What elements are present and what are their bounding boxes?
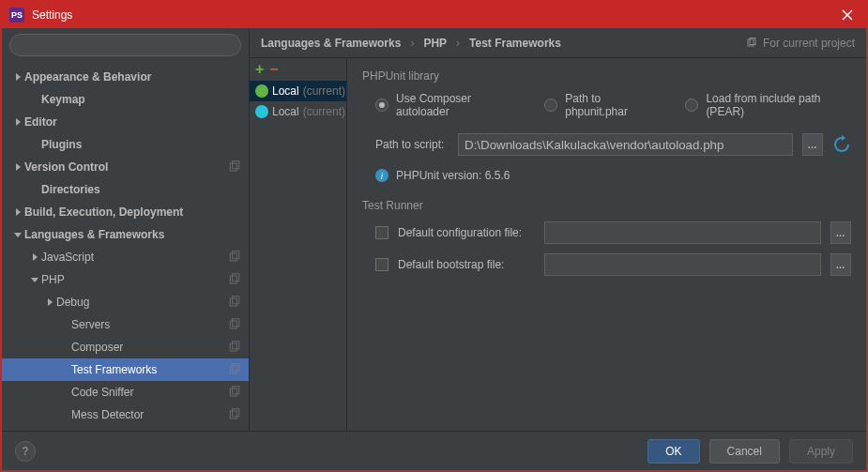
config-item[interactable]: Local (current) bbox=[250, 101, 346, 122]
tree-item-label: Editor bbox=[24, 115, 241, 129]
right-arrow-icon bbox=[11, 208, 24, 216]
config-note: (current) bbox=[303, 84, 345, 98]
main-panel: Languages & Frameworks › PHP › Test Fram… bbox=[250, 28, 866, 431]
copy-icon bbox=[228, 341, 241, 354]
tree-item-editor[interactable]: Editor bbox=[2, 111, 249, 133]
settings-tree: Appearance & BehaviorKeymapEditorPlugins… bbox=[2, 62, 249, 431]
svg-rect-3 bbox=[233, 161, 239, 169]
ok-button[interactable]: OK bbox=[647, 439, 699, 464]
version-text: PHPUnit version: 6.5.6 bbox=[396, 169, 510, 182]
config-item[interactable]: Local (current) bbox=[250, 81, 346, 101]
svg-rect-6 bbox=[230, 276, 236, 283]
close-button[interactable] bbox=[836, 4, 859, 26]
tree-item-label: Keymap bbox=[41, 93, 241, 106]
crumb-2[interactable]: Test Frameworks bbox=[469, 37, 561, 50]
crumb-1[interactable]: PHP bbox=[423, 37, 447, 50]
tree-item-mess-detector[interactable]: Mess Detector bbox=[2, 403, 249, 426]
radio-phar[interactable]: Path to phpunit.phar bbox=[544, 92, 659, 118]
window-title: Settings bbox=[32, 8, 836, 22]
titlebar: PS Settings bbox=[2, 2, 866, 28]
tree-item-label: Debug bbox=[56, 296, 224, 309]
tree-item-label: PHP bbox=[41, 273, 224, 286]
tree-item-label: Code Sniffer bbox=[71, 386, 224, 399]
svg-rect-16 bbox=[230, 388, 236, 396]
down-arrow-icon bbox=[11, 231, 24, 238]
tree-item-label: Languages & Frameworks bbox=[24, 228, 241, 241]
tree-item-plugins[interactable]: Plugins bbox=[2, 133, 249, 156]
right-arrow-icon bbox=[11, 73, 24, 81]
svg-rect-4 bbox=[230, 253, 236, 261]
radio-pear-label: Load from include path (PEAR) bbox=[706, 92, 851, 118]
svg-rect-19 bbox=[233, 409, 239, 417]
svg-rect-8 bbox=[230, 298, 236, 306]
tree-item-keymap[interactable]: Keymap bbox=[2, 88, 249, 111]
config-icon bbox=[255, 84, 268, 98]
scope-label: For current project bbox=[763, 37, 855, 50]
svg-rect-9 bbox=[233, 297, 239, 304]
default-config-checkbox[interactable] bbox=[375, 226, 388, 239]
svg-rect-15 bbox=[233, 364, 239, 372]
config-icon bbox=[255, 105, 268, 118]
browse-bootstrap-button[interactable]: … bbox=[830, 253, 851, 276]
apply-button[interactable]: Apply bbox=[789, 439, 853, 464]
tree-item-label: Plugins bbox=[41, 138, 241, 151]
tree-item-build-execution-deployment[interactable]: Build, Execution, Deployment bbox=[2, 201, 249, 223]
tree-item-code-sniffer[interactable]: Code Sniffer bbox=[2, 381, 249, 403]
radio-composer[interactable]: Use Composer autoloader bbox=[375, 92, 518, 118]
path-label: Path to script: bbox=[375, 138, 449, 151]
search-input[interactable] bbox=[9, 34, 241, 56]
help-button[interactable]: ? bbox=[15, 441, 36, 462]
radio-composer-label: Use Composer autoloader bbox=[396, 92, 518, 118]
browse-button[interactable]: … bbox=[802, 133, 823, 156]
info-icon: i bbox=[375, 169, 388, 182]
cancel-button[interactable]: Cancel bbox=[709, 439, 780, 464]
copy-icon bbox=[228, 160, 241, 174]
refresh-icon[interactable] bbox=[832, 135, 851, 154]
svg-rect-11 bbox=[233, 319, 239, 327]
copy-icon bbox=[228, 408, 241, 421]
breadcrumb: Languages & Frameworks › PHP › Test Fram… bbox=[250, 28, 866, 58]
down-arrow-icon bbox=[28, 276, 41, 283]
form-area: PHPUnit library Use Composer autoloader … bbox=[347, 58, 866, 431]
runner-section-title: Test Runner bbox=[362, 199, 851, 212]
tree-item-composer[interactable]: Composer bbox=[2, 336, 249, 358]
tree-item-version-control[interactable]: Version Control bbox=[2, 156, 249, 178]
library-section-title: PHPUnit library bbox=[362, 69, 851, 83]
path-input[interactable] bbox=[458, 133, 793, 156]
tree-item-label: Composer bbox=[71, 341, 224, 354]
svg-rect-14 bbox=[230, 366, 236, 373]
sidebar: Appearance & BehaviorKeymapEditorPlugins… bbox=[2, 28, 250, 431]
svg-rect-18 bbox=[230, 411, 236, 419]
right-arrow-icon bbox=[11, 163, 24, 171]
tree-item-label: Mess Detector bbox=[71, 408, 224, 421]
crumb-0[interactable]: Languages & Frameworks bbox=[261, 37, 401, 50]
tree-item-label: Test Frameworks bbox=[71, 363, 224, 376]
tree-item-label: Appearance & Behavior bbox=[24, 70, 241, 84]
tree-item-javascript[interactable]: JavaScript bbox=[2, 246, 249, 268]
copy-icon bbox=[228, 363, 241, 376]
svg-rect-2 bbox=[230, 163, 236, 171]
default-bootstrap-label: Default bootstrap file: bbox=[398, 258, 535, 271]
copy-icon bbox=[228, 296, 241, 309]
add-config-button[interactable]: + bbox=[255, 62, 264, 77]
tree-item-directories[interactable]: Directories bbox=[2, 178, 249, 201]
radio-pear[interactable]: Load from include path (PEAR) bbox=[685, 92, 851, 118]
default-config-input[interactable] bbox=[544, 221, 821, 244]
default-bootstrap-input[interactable] bbox=[544, 253, 821, 276]
tree-item-languages-frameworks[interactable]: Languages & Frameworks bbox=[2, 223, 249, 246]
default-bootstrap-checkbox[interactable] bbox=[375, 258, 388, 271]
default-config-label: Default configuration file: bbox=[398, 226, 535, 239]
copy-icon bbox=[228, 273, 241, 286]
config-note: (current) bbox=[303, 105, 345, 118]
tree-item-appearance-behavior[interactable]: Appearance & Behavior bbox=[2, 66, 249, 88]
browse-config-button[interactable]: … bbox=[830, 221, 851, 244]
copy-icon bbox=[228, 386, 241, 399]
tree-item-label: Version Control bbox=[24, 160, 224, 174]
tree-item-php[interactable]: PHP bbox=[2, 268, 249, 291]
svg-rect-17 bbox=[233, 387, 239, 394]
remove-config-button[interactable]: − bbox=[269, 62, 278, 77]
tree-item-test-frameworks[interactable]: Test Frameworks bbox=[2, 358, 249, 381]
svg-rect-7 bbox=[233, 274, 239, 282]
tree-item-servers[interactable]: Servers bbox=[2, 313, 249, 336]
tree-item-debug[interactable]: Debug bbox=[2, 291, 249, 313]
